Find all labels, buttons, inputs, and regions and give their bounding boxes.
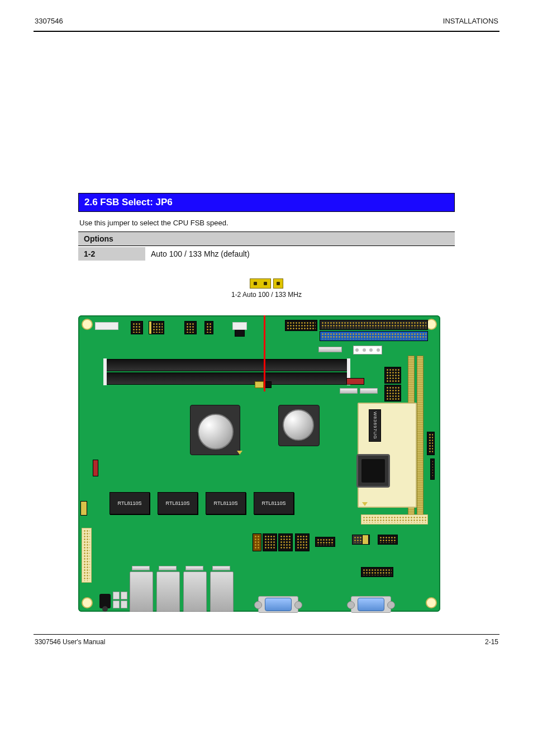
pcb-board-illustration: W83697UG RTL8110S RTL8110S RTL8110S RTL8…: [78, 315, 440, 612]
lan-port-icon: [210, 571, 234, 612]
atx-4pin: [353, 346, 382, 355]
pin-header: [151, 321, 164, 334]
expansion-slot: [417, 356, 423, 519]
header-white: [232, 322, 247, 330]
section-intro: Use this jumper to select the CPU FSB sp…: [79, 219, 454, 227]
nic-chip: RTL8110S: [158, 492, 198, 514]
pin1-triangle-icon: [362, 502, 368, 506]
header-model: 3307546: [35, 17, 63, 25]
pin-header: [384, 367, 401, 384]
pin1-marker: [362, 535, 369, 545]
mounting-hole-icon: [426, 597, 437, 608]
pin1-triangle-icon: [237, 451, 242, 455]
pin-header: [263, 533, 277, 551]
jumper-open-pin-icon: [273, 278, 283, 289]
pin-header-red: [93, 460, 98, 476]
options-header: Options: [78, 231, 455, 246]
header-cream: [361, 514, 428, 525]
nic-chip: RTL8110S: [110, 492, 150, 514]
pin1-marker: [149, 321, 152, 334]
nic-chip: RTL8110S: [206, 492, 246, 514]
vga-port-icon: [258, 596, 298, 613]
option-row: 1-2 Auto 100 / 133 Mhz (default): [78, 247, 455, 261]
connector-2x2: [113, 592, 127, 608]
mounting-hole-icon: [82, 597, 93, 608]
jumper-cap-icon: [250, 278, 271, 289]
pin-header: [378, 535, 398, 545]
small-header: [235, 330, 245, 337]
port-top: [159, 566, 177, 570]
jp6-on-board-icon: [255, 381, 272, 388]
dimm-slot: [106, 359, 348, 371]
port-top: [185, 566, 203, 570]
pin-header: [285, 320, 317, 331]
nic-chip: RTL8110S: [254, 492, 294, 514]
plcc-socket-icon: [356, 454, 390, 488]
jumper-diagram: 1-2 Auto 100 / 133 MHz: [78, 277, 455, 299]
port-top: [132, 566, 150, 570]
jumper-caption: 1-2 Auto 100 / 133 MHz: [78, 291, 455, 299]
footer-page: 2-15: [485, 638, 498, 646]
vga-port-icon: [351, 596, 391, 613]
pin-header: [427, 432, 435, 455]
fan-icon: [283, 409, 314, 441]
port-top: [212, 566, 230, 570]
pin-header: [278, 533, 293, 551]
connector-silver: [318, 347, 342, 352]
pin-header: [315, 537, 335, 547]
pin-header-red: [346, 378, 364, 385]
option-desc: Auto 100 / 133 Mhz (default): [145, 247, 255, 261]
lan-port-icon: [156, 571, 180, 612]
pin-header: [253, 533, 261, 551]
footer-title: 3307546 User's Manual: [35, 638, 105, 646]
mounting-hole-icon: [82, 319, 93, 330]
fan-icon: [198, 414, 234, 450]
pin-header: [361, 567, 393, 577]
header-section: INSTALLATIONS: [443, 17, 498, 25]
lan-port-icon: [183, 571, 207, 612]
pin-header: [384, 385, 401, 401]
header-rule: [34, 31, 499, 32]
ide-header-blue: [320, 331, 428, 341]
header-white: [95, 322, 118, 330]
lan-port-icon: [130, 571, 153, 612]
connector-silver: [340, 388, 358, 394]
pin-header: [204, 321, 213, 334]
super-io-chip: W83697UG: [369, 409, 381, 442]
callout-leader-line: [264, 315, 265, 391]
pin-header-yellow: [80, 501, 87, 516]
audio-jack-icon: [99, 594, 111, 608]
section-title: 2.6 FSB Select: JP6: [78, 193, 455, 212]
pin-header: [295, 533, 310, 551]
header-cream: [82, 528, 92, 583]
option-label: 1-2: [78, 247, 145, 261]
pin-header: [184, 321, 197, 334]
ide-header-black: [320, 320, 428, 330]
pin-header: [430, 459, 435, 480]
dimm-slot: [106, 372, 348, 385]
pin-header: [131, 321, 143, 334]
connector-silver: [360, 388, 378, 394]
